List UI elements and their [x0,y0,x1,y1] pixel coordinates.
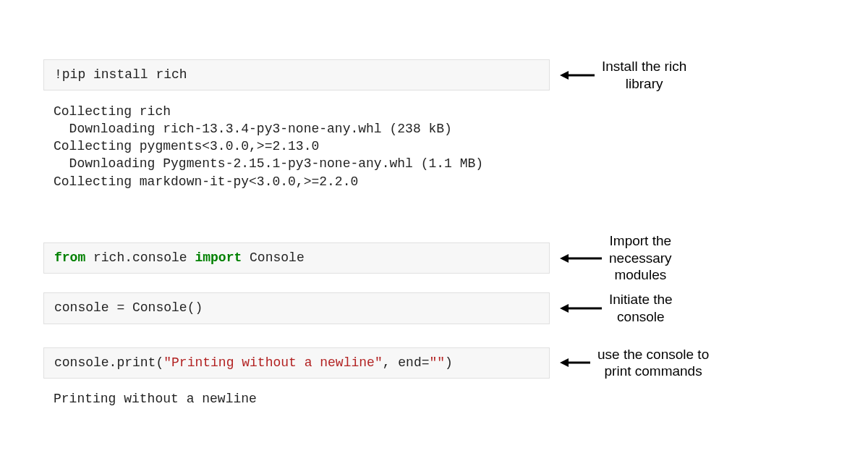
arrow-left-icon [560,356,592,369]
keyword-import: import [195,250,242,265]
call-mid: , end= [383,355,430,370]
svg-marker-1 [560,71,569,80]
svg-marker-7 [560,358,569,367]
annotation-print: use the console to print commands [597,346,709,381]
string-literal-empty: "" [430,355,446,370]
cell-row-print: console.print("Printing without a newlin… [43,346,839,381]
cell-row-init: console = Console() Initiate the console [43,291,839,326]
svg-marker-3 [560,254,569,263]
import-name: Console [242,250,304,265]
annotation-init: Initiate the console [609,291,673,326]
code-cell-init: console = Console() [43,292,550,324]
code-cell-print: console.print("Printing without a newlin… [43,347,550,379]
arrow-left-icon [560,302,603,315]
call-prefix: console.print( [54,355,163,370]
keyword-from: from [54,250,85,265]
string-literal: "Printing without a newline" [163,355,382,370]
output-print: Printing without a newline [43,387,839,408]
annotation-import: Import the necessary modules [609,232,672,284]
cell-row-import: from rich.console import Console Import … [43,232,839,284]
svg-marker-5 [560,304,569,313]
code-cell-import: from rich.console import Console [43,242,550,274]
output-install: Collecting rich Downloading rich-13.3.4-… [43,100,839,190]
annotation-install: Install the rich library [602,58,686,93]
cell-row-install: !pip install rich Install the rich libra… [43,58,839,93]
call-suffix: ) [445,355,453,370]
arrow-left-icon [560,69,596,82]
arrow-left-icon [560,252,603,265]
module-path: rich.console [85,250,195,265]
code-cell-install: !pip install rich [43,59,550,90]
